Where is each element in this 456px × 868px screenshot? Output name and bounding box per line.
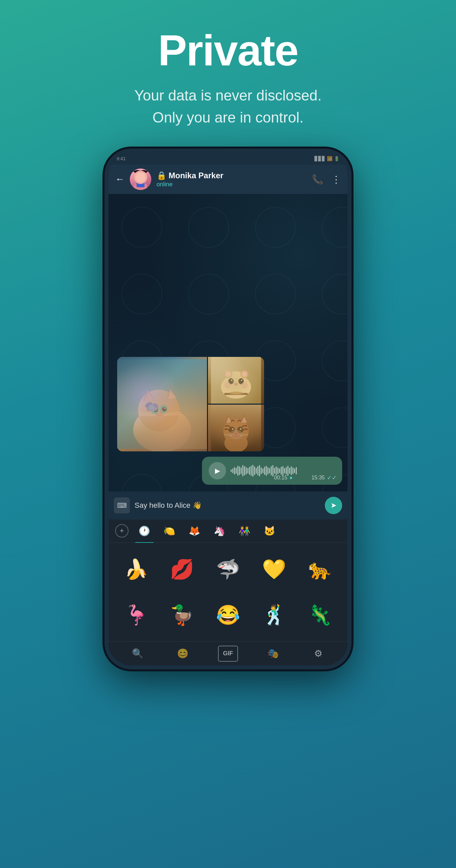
hero-title: Private [134, 27, 322, 74]
call-icon[interactable]: 📞 [312, 174, 324, 185]
add-sticker-button[interactable]: + [115, 524, 128, 537]
svg-line-25 [139, 415, 156, 415]
svg-marker-50 [241, 416, 247, 423]
waveform-bar [266, 466, 267, 476]
more-options-icon[interactable]: ⋮ [332, 174, 341, 185]
cat-photo [117, 357, 207, 452]
svg-point-21 [144, 401, 153, 409]
sticker-tab-recent[interactable]: 🕐 [135, 524, 154, 538]
svg-point-17 [156, 408, 157, 410]
sticker-shark[interactable]: 🦈 [206, 547, 250, 592]
svg-point-41 [241, 382, 248, 389]
header-actions: 📞 ⋮ [312, 174, 341, 185]
waveform-bar [257, 466, 259, 475]
svg-point-23 [152, 402, 159, 409]
lock-icon: 🔒 [157, 171, 166, 180]
waveform-bar [274, 468, 275, 474]
waveform-bar [267, 467, 268, 474]
sticker-dance[interactable]: 🕺 [252, 593, 297, 637]
sticker-tab-5[interactable]: 🐱 [261, 524, 279, 538]
contact-info: 🔒 Monika Parker online [157, 171, 306, 188]
svg-marker-11 [167, 388, 177, 399]
svg-point-52 [237, 427, 243, 433]
sticker-duck[interactable]: 🦆 [160, 593, 205, 637]
sticker-kiss[interactable]: 💋 [160, 547, 205, 592]
svg-line-58 [240, 435, 248, 435]
svg-point-51 [229, 427, 235, 433]
svg-marker-10 [145, 392, 155, 401]
sticker-tab-1[interactable]: 🍋 [160, 524, 179, 538]
waveform-bar [242, 465, 243, 476]
chat-area: ▶ 00:15 ● 15:35 ✓✓ [109, 194, 347, 491]
svg-point-8 [138, 390, 180, 431]
svg-line-57 [224, 435, 232, 435]
svg-line-27 [163, 414, 180, 415]
search-icon-btn[interactable]: 🔍 [128, 646, 148, 662]
sticker-leopard[interactable]: 🐆 [298, 547, 342, 592]
svg-point-35 [228, 378, 234, 384]
waveform-bar [277, 467, 278, 474]
svg-point-30 [225, 371, 247, 393]
svg-point-29 [221, 375, 251, 399]
play-button[interactable]: ▶ [209, 462, 226, 479]
back-button[interactable]: ← [115, 174, 124, 185]
contact-name: 🔒 Monika Parker [157, 171, 306, 180]
svg-point-7 [133, 407, 191, 452]
sticker-tabs: + 🕐 🍋 🦊 🦄 👫 🐱 [109, 520, 347, 543]
svg-marker-49 [240, 415, 248, 423]
send-button[interactable]: ➤ [325, 497, 342, 514]
waveform-bar [264, 467, 265, 475]
svg-marker-47 [225, 415, 233, 423]
waveform-bar [279, 468, 280, 473]
settings-icon-btn[interactable]: ⚙ [308, 646, 328, 662]
emoji-icon-btn[interactable]: 😊 [173, 646, 193, 662]
waveform-bar [293, 467, 294, 474]
svg-point-38 [241, 380, 242, 381]
bottom-bar: 🔍 😊 GIF 🎭 ⚙ [109, 641, 347, 665]
sticker-heart[interactable]: 💛 [252, 547, 297, 592]
svg-point-53 [232, 428, 233, 430]
hamster-photo [208, 357, 264, 404]
sticker-flamingo[interactable]: 🦩 [114, 593, 158, 637]
svg-point-22 [148, 403, 158, 412]
svg-point-34 [242, 372, 247, 377]
svg-point-40 [224, 382, 231, 389]
sticker-laugh[interactable]: 😂 [206, 593, 250, 637]
svg-point-0 [134, 170, 147, 183]
waveform-bar [261, 467, 262, 474]
waveform-bar [272, 465, 273, 476]
waveform-bar [241, 467, 242, 474]
sticker-banana[interactable]: 🍌 [114, 547, 158, 592]
message-input[interactable]: Say hello to Alice 👋 [134, 501, 320, 510]
sticker-tab-3[interactable]: 🦄 [210, 524, 229, 538]
chat-header: ← 🔒 Monika Parker [109, 164, 347, 194]
send-icon: ➤ [331, 501, 336, 510]
hero-section: Private Your data is never disclosed. On… [134, 0, 322, 149]
sticker-lizard[interactable]: 🦎 [298, 593, 342, 637]
sticker-tab-2[interactable]: 🦊 [185, 524, 204, 538]
svg-rect-44 [211, 405, 261, 452]
input-area: ⌨ Say hello to Alice 👋 ➤ [109, 491, 347, 520]
svg-point-18 [164, 408, 165, 409]
waveform-bar [254, 466, 255, 475]
waveform-bar [249, 467, 250, 475]
svg-point-55 [234, 433, 238, 435]
keyboard-icon: ⌨ [117, 501, 127, 509]
hero-subtitle: Your data is never disclosed. Only you a… [134, 85, 322, 128]
waveform-bar [289, 468, 290, 474]
photo-collage [117, 357, 264, 452]
waveform-bar [247, 468, 248, 473]
sticker-tab-4[interactable]: 👫 [235, 524, 254, 538]
svg-rect-28 [211, 357, 261, 404]
gif-button[interactable]: GIF [218, 646, 238, 662]
voice-duration: 00:15 [274, 475, 287, 481]
keyboard-button[interactable]: ⌨ [114, 497, 130, 514]
waveform-bar [296, 467, 297, 474]
waveform-bar [281, 467, 282, 475]
waveform-bar [294, 468, 295, 473]
sticker-icon-btn[interactable]: 🎭 [263, 646, 283, 662]
dot-indicator: ● [290, 475, 293, 481]
phone-mockup: 9:41 ▊▊▊ 📶 🔋 ← [104, 149, 352, 669]
svg-rect-5 [136, 181, 145, 187]
waveform-bar [256, 468, 257, 474]
